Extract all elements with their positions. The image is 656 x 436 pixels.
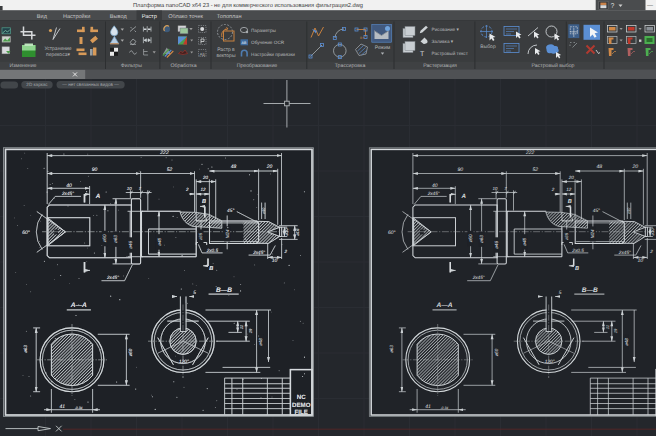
svg-text:Обработка: Обработка	[170, 63, 196, 69]
svg-text:Растеризация: Растеризация	[423, 63, 457, 69]
svg-text:Заливка ▾: Заливка ▾	[432, 39, 454, 44]
svg-text:Растровый текст: Растровый текст	[432, 51, 469, 56]
svg-text:Изменение: Изменение	[10, 63, 37, 69]
svg-text:Ab: Ab	[200, 52, 206, 57]
svg-text:Выбор: Выбор	[480, 44, 496, 50]
svg-text:Вывод: Вывод	[110, 14, 128, 20]
svg-text:векторы: векторы	[216, 53, 235, 59]
svg-text:Рисование ▾: Рисование ▾	[432, 27, 460, 32]
svg-text:Обучение OCR: Обучение OCR	[251, 40, 285, 45]
svg-text:Облако точек: Облако точек	[168, 13, 203, 20]
svg-text:Настройки привязки: Настройки привязки	[251, 52, 295, 57]
svg-text:Режим: Режим	[375, 45, 391, 51]
svg-text:—: —	[647, 3, 653, 9]
svg-text:T: T	[420, 51, 425, 58]
svg-text:Фильтры: Фильтры	[121, 63, 142, 69]
svg-text:Вид: Вид	[37, 14, 48, 20]
svg-text:Растр: Растр	[142, 14, 157, 20]
svg-text:?: ?	[611, 3, 615, 10]
svg-text:— нет связанных видов —: — нет связанных видов —	[62, 82, 119, 87]
svg-text:Параметры: Параметры	[251, 28, 277, 33]
svg-text:Преобразование: Преобразование	[237, 63, 278, 69]
svg-text:перекоса▾: перекоса▾	[46, 52, 70, 58]
svg-text:Трассировка: Трассировка	[335, 63, 366, 69]
svg-text:Настройки: Настройки	[63, 13, 90, 20]
svg-text:Платформа nanoCAD x64 23 - не: Платформа nanoCAD x64 23 - не для коммер…	[133, 2, 363, 9]
svg-text:Топоплан: Топоплан	[217, 14, 242, 20]
svg-text:АВ: АВ	[242, 41, 247, 45]
svg-text:Растровый выбор: Растровый выбор	[532, 63, 575, 69]
svg-text:2D каркас: 2D каркас	[26, 82, 48, 87]
svg-text:B+: B+	[360, 36, 364, 40]
